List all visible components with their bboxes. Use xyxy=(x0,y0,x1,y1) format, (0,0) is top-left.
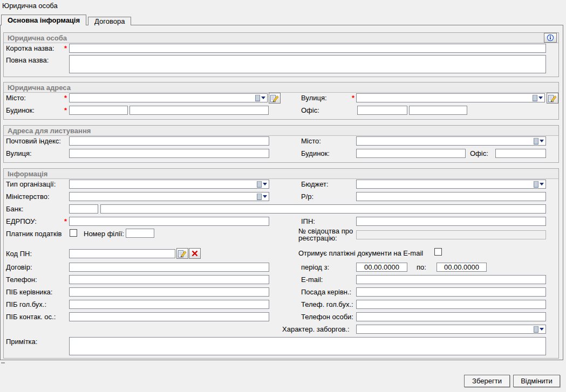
combobox-dropdown-icon[interactable] xyxy=(532,181,545,188)
taxpayer-label: Платник податків xyxy=(6,230,62,238)
edit-icon xyxy=(548,94,557,102)
reg-certificate-input xyxy=(356,230,546,239)
ministry-label: Міністерство: xyxy=(6,193,50,201)
chevron-down-icon xyxy=(263,195,267,198)
list-icon xyxy=(255,95,260,101)
pn-code-clear-button[interactable] xyxy=(189,248,201,259)
mail-street-label: Вулиця: xyxy=(6,150,32,157)
chevron-down-icon xyxy=(538,97,543,99)
contact-phone-input[interactable] xyxy=(356,312,546,321)
save-button[interactable]: Зберегти xyxy=(464,375,510,387)
combobox-dropdown-icon[interactable] xyxy=(254,94,267,101)
tab-main-info[interactable]: Основна інформація xyxy=(1,15,86,25)
section-title-text: Юридична адреса xyxy=(8,84,71,92)
chief-acc-phone-label: Телеф. гол.бух.: xyxy=(301,301,353,308)
taxpayer-checkbox[interactable] xyxy=(70,229,77,237)
legal-street-label: Вулиця: xyxy=(301,94,327,102)
info-button[interactable] xyxy=(544,33,557,43)
note-textarea[interactable] xyxy=(69,337,546,355)
section-legal-entity-title: Юридична особа xyxy=(4,33,558,43)
legal-building-input-2[interactable] xyxy=(129,106,269,115)
account-input[interactable] xyxy=(356,192,546,201)
legal-city-label: Місто: xyxy=(6,94,26,102)
required-marker: * xyxy=(64,106,67,114)
combobox-dropdown-icon[interactable] xyxy=(532,326,545,333)
list-icon xyxy=(533,95,537,101)
tab-contracts[interactable]: Договора xyxy=(88,17,131,25)
bank-code-input[interactable] xyxy=(69,204,98,214)
head-name-label: ПІБ керівника: xyxy=(6,288,52,296)
chief-acc-name-label: ПІБ гол.бух.: xyxy=(6,301,46,308)
short-name-input[interactable] xyxy=(69,44,546,53)
period-to-label: по: xyxy=(417,264,426,271)
legal-street-edit-button[interactable] xyxy=(547,93,558,104)
debt-character-combobox[interactable] xyxy=(356,325,546,334)
edrpou-label: ЕДРПОУ: xyxy=(6,218,37,225)
head-position-input[interactable] xyxy=(356,287,546,297)
contact-name-input[interactable] xyxy=(69,312,269,321)
branch-number-input[interactable] xyxy=(126,229,154,238)
legal-building-label: Будинок: xyxy=(6,107,35,114)
ministry-combobox[interactable] xyxy=(69,192,269,201)
contract-input[interactable] xyxy=(69,263,269,272)
edit-icon xyxy=(178,250,187,258)
chief-acc-name-input[interactable] xyxy=(69,300,269,309)
tab-bar: Основна інформація Договора xyxy=(1,15,133,25)
mail-postal-index-input[interactable] xyxy=(69,136,269,146)
email-input[interactable] xyxy=(356,275,546,284)
bank-name-input[interactable] xyxy=(100,204,546,214)
legal-entity-window: Юридична особа Основна інформація Догово… xyxy=(0,0,566,392)
combobox-dropdown-icon[interactable] xyxy=(531,94,544,101)
legal-office-input-1[interactable] xyxy=(357,106,407,115)
budget-combobox[interactable] xyxy=(356,180,546,189)
period-to-input[interactable] xyxy=(437,263,487,272)
section-title-text: Адреса для листування xyxy=(8,127,91,135)
required-marker: * xyxy=(352,94,354,102)
chevron-down-icon xyxy=(261,97,265,99)
cancel-button[interactable]: Відмінити xyxy=(513,375,560,387)
legal-building-input-1[interactable] xyxy=(69,106,128,115)
section-legal-entity: Юридична особа Коротка назва: * Повна на… xyxy=(3,32,559,77)
edit-icon xyxy=(270,94,279,102)
section-information-title: Інформація xyxy=(4,169,558,179)
email-docs-checkbox[interactable] xyxy=(434,248,442,256)
bank-label: Банк: xyxy=(6,205,23,213)
full-name-textarea[interactable] xyxy=(69,55,546,73)
combobox-dropdown-icon[interactable] xyxy=(255,193,268,200)
required-marker: * xyxy=(64,94,67,102)
legal-office-input-2[interactable] xyxy=(409,106,467,115)
period-from-input[interactable] xyxy=(356,263,407,272)
account-label: Р/р: xyxy=(301,193,313,201)
ipn-input[interactable] xyxy=(356,217,546,226)
org-type-label: Тип організації: xyxy=(6,181,56,188)
email-label: E-mail: xyxy=(301,276,323,284)
list-icon xyxy=(257,181,262,188)
pn-code-edit-button[interactable] xyxy=(176,248,188,259)
phone-input[interactable] xyxy=(69,275,269,284)
mail-city-combobox[interactable] xyxy=(356,136,546,146)
chief-acc-phone-input[interactable] xyxy=(356,300,546,309)
mail-street-input[interactable] xyxy=(69,149,269,158)
section-mailing-address-title: Адреса для листування xyxy=(4,126,558,136)
window-title: Юридична особа xyxy=(2,2,58,10)
branch-number-label: Номер філії: xyxy=(84,230,124,238)
legal-city-edit-button[interactable] xyxy=(269,93,281,104)
section-information: Інформація Тип організації: Бюджет: xyxy=(3,168,559,359)
section-mailing-address: Адреса для листування Почтовий індекс: М… xyxy=(3,125,559,163)
mail-office-label: Офіс: xyxy=(470,150,488,157)
head-name-input[interactable] xyxy=(69,287,269,297)
mail-office-input[interactable] xyxy=(495,149,546,158)
period-from-label: період з: xyxy=(301,264,329,271)
legal-office-label: Офіс: xyxy=(301,107,319,114)
mail-building-input[interactable] xyxy=(356,149,466,158)
legal-city-combobox[interactable] xyxy=(69,93,268,102)
chevron-down-icon xyxy=(540,140,544,142)
required-marker: * xyxy=(64,44,67,52)
pn-code-input[interactable] xyxy=(69,249,175,258)
combobox-dropdown-icon[interactable] xyxy=(532,137,545,145)
org-type-combobox[interactable] xyxy=(69,180,269,189)
ipn-label: ІПН: xyxy=(301,218,315,225)
edrpou-input[interactable] xyxy=(69,217,269,226)
combobox-dropdown-icon[interactable] xyxy=(255,181,268,188)
legal-street-combobox[interactable] xyxy=(356,93,545,102)
